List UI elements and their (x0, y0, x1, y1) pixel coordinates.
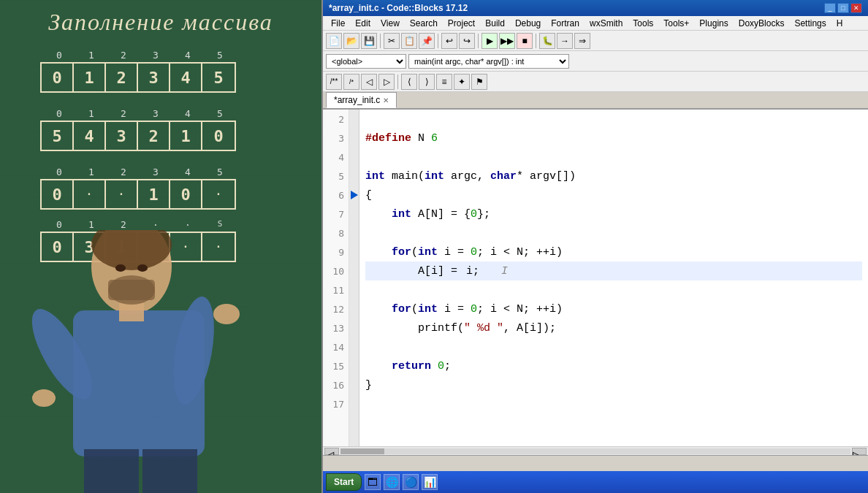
taskbar-icon-4[interactable]: 📊 (422, 474, 438, 490)
svg-point-8 (115, 264, 126, 272)
scroll-right-btn[interactable]: ▷ (852, 448, 867, 455)
redo-button[interactable]: ↪ (459, 33, 475, 49)
taskbar-icon-2[interactable]: 🌐 (384, 474, 400, 490)
step-button[interactable]: → (557, 33, 573, 49)
start-button[interactable]: Start (326, 473, 362, 491)
code-text: { (365, 189, 372, 202)
code-text: * argv[]) (517, 170, 576, 183)
array-cell: 0 (170, 180, 202, 208)
menu-bar: File Edit View Search Project Build Debu… (323, 16, 868, 31)
menu-settings[interactable]: Settings (789, 18, 831, 29)
taskbar-icon-3[interactable]: 🔵 (403, 474, 419, 490)
toolbar-separator-3 (478, 34, 479, 48)
save-button[interactable]: 💾 (361, 33, 377, 49)
menu-plugins[interactable]: Plugins (694, 18, 733, 29)
menu-fortran[interactable]: Fortran (546, 18, 585, 29)
code-line-10: A[i] = i; I (365, 261, 862, 280)
toolbar3-btn9[interactable]: ⚑ (471, 74, 487, 90)
menu-h[interactable]: H (831, 18, 848, 29)
menu-tools-plus[interactable]: Tools+ (658, 18, 694, 29)
build-button[interactable]: ▶ (481, 33, 498, 49)
menu-view[interactable]: View (376, 18, 405, 29)
close-button[interactable]: ✕ (850, 3, 862, 13)
code-text (365, 208, 392, 221)
number: 0 (471, 208, 477, 221)
tab-close-icon[interactable]: ✕ (383, 96, 389, 104)
line-num: 12 (323, 299, 349, 318)
cut-button[interactable]: ✂ (384, 33, 400, 49)
code-text: printf( (365, 322, 464, 335)
debug-button[interactable]: 🐛 (539, 33, 555, 49)
menu-doxy[interactable]: DoxyBlocks (734, 18, 790, 29)
open-button[interactable]: 📂 (343, 33, 359, 49)
toolbar3-btn1[interactable]: /** (326, 74, 342, 90)
menu-tools[interactable]: Tools (628, 18, 658, 29)
toolbar3-btn5[interactable]: ⟨ (401, 74, 417, 90)
gutter-item (349, 129, 359, 148)
idx: 2 (107, 167, 140, 177)
idx: 4 (172, 108, 204, 119)
code-line-3: #define N 6 (365, 129, 862, 148)
toolbar3-btn2[interactable]: /* (343, 74, 359, 90)
array-cell: 1 (170, 122, 202, 150)
global-combo[interactable]: <global> (326, 54, 406, 69)
step-over-button[interactable]: ⇒ (574, 33, 590, 49)
keyword: int (365, 170, 385, 183)
maximize-button[interactable]: □ (837, 3, 849, 13)
toolbar-3: /** /* ◁ ▷ ⟨ ⟩ ≡ ✦ ⚑ (323, 72, 868, 92)
scrollbar-track[interactable] (340, 448, 850, 454)
idx: 1 (75, 108, 107, 119)
menu-project[interactable]: Project (443, 18, 480, 29)
menu-debug[interactable]: Debug (510, 18, 546, 29)
keyword: int (425, 170, 444, 183)
run-button[interactable]: ▶▶ (499, 33, 515, 49)
toolbar3-btn8[interactable]: ✦ (454, 74, 470, 90)
minimize-button[interactable]: _ (824, 3, 836, 13)
toolbar3-btn7[interactable]: ≡ (436, 74, 452, 90)
menu-file[interactable]: File (326, 18, 350, 29)
function-combo[interactable]: main(int argc, char* argv[]) : int (408, 54, 569, 69)
array2-cells: 5 4 3 2 1 0 (40, 121, 236, 151)
code-line-8 (365, 223, 862, 242)
code-line-5: int main( int argc, char * argv[]) (365, 167, 862, 186)
code-text: N (411, 132, 431, 145)
gutter-item (349, 299, 359, 318)
code-text (365, 246, 392, 259)
toolbar3-btn3[interactable]: ◁ (361, 74, 377, 90)
code-text: A[N] = { (411, 208, 471, 221)
tab-bar: *array_init.c ✕ (323, 92, 868, 110)
menu-search[interactable]: Search (405, 18, 443, 29)
gutter-item (349, 223, 359, 242)
stop-button[interactable]: ■ (517, 33, 533, 49)
scrollbar-thumb[interactable] (340, 448, 384, 454)
horizontal-scrollbar[interactable]: ◁ ▷ (323, 446, 868, 455)
toolbar3-btn4[interactable]: ▷ (378, 74, 395, 90)
idx: 5 (204, 108, 236, 119)
tab-array-init[interactable]: *array_init.c ✕ (326, 92, 397, 108)
undo-button[interactable]: ↩ (441, 33, 457, 49)
menu-edit[interactable]: Edit (350, 18, 376, 29)
menu-build[interactable]: Build (480, 18, 510, 29)
idx: 4 (172, 167, 204, 177)
toolbar3-sep (397, 74, 398, 89)
paste-button[interactable]: 📌 (419, 33, 435, 49)
array-cell: 5 (42, 122, 74, 150)
array-cell: 4 (74, 122, 106, 150)
keyword: for (392, 303, 411, 316)
code-text: i; (466, 265, 479, 278)
toolbar-1: 📄 📂 💾 ✂ 📋 📌 ↩ ↪ ▶ ▶▶ ■ 🐛 → ⇒ (323, 31, 868, 51)
string: " %d " (464, 322, 503, 335)
gutter-item (349, 280, 359, 299)
idx: · (172, 219, 204, 230)
toolbar3-btn6[interactable]: ⟩ (419, 74, 435, 90)
code-text: , A[i]); (503, 322, 556, 335)
keyword: for (392, 246, 411, 259)
scroll-left-btn[interactable]: ◁ (324, 448, 339, 455)
taskbar-icon-1[interactable]: 🗔 (365, 474, 381, 490)
line-num: 14 (323, 337, 349, 356)
copy-button[interactable]: 📋 (401, 33, 417, 49)
new-button[interactable]: 📄 (326, 33, 342, 49)
code-line-13: printf( " %d " , A[i]); (365, 318, 862, 337)
menu-wxsmith[interactable]: wxSmith (585, 18, 628, 29)
code-content[interactable]: #define N 6 int main( int argc, char * a… (359, 110, 868, 446)
